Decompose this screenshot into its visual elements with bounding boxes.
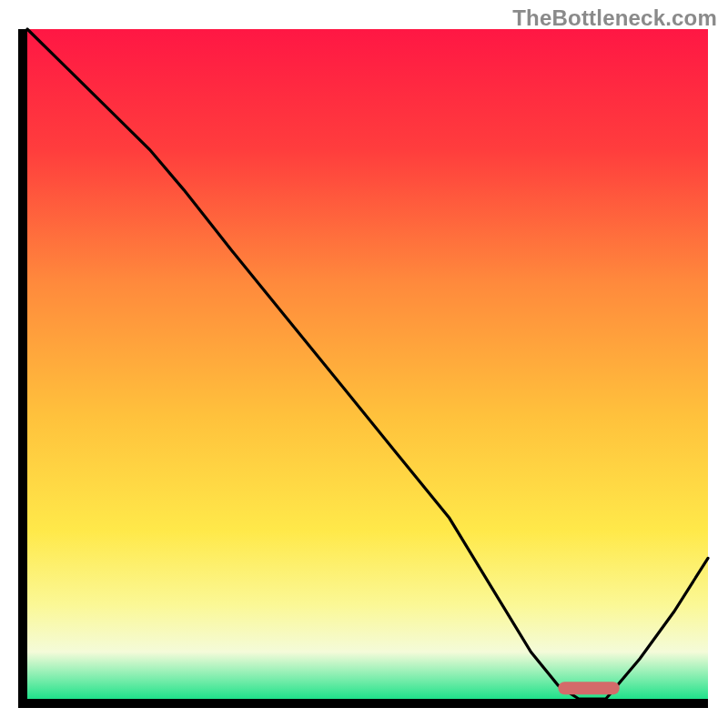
y-axis (18, 29, 27, 708)
chart-svg (0, 0, 728, 728)
chart-container: TheBottleneck.com (0, 0, 728, 728)
optimal-marker (558, 682, 619, 694)
